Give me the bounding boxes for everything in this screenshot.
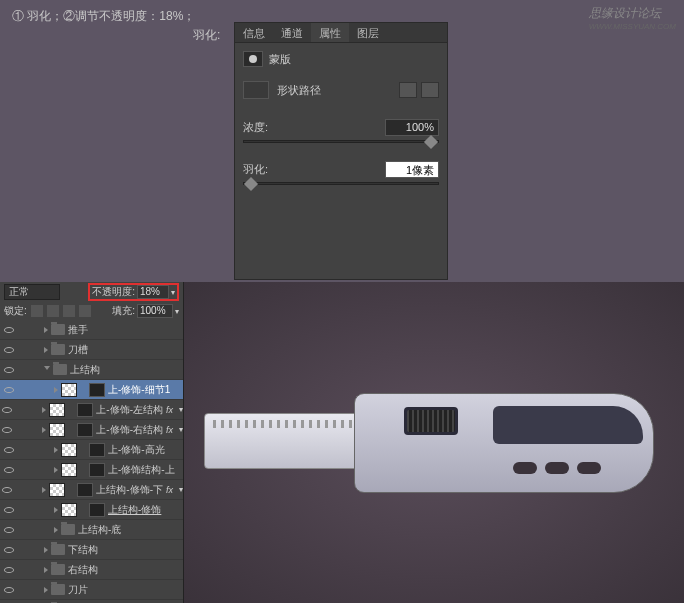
fx-chevron-icon[interactable]: ▾ (179, 405, 183, 414)
layer-name[interactable]: 推手 (68, 323, 183, 337)
feather-slider[interactable] (243, 182, 439, 185)
mask-thumbnail[interactable] (77, 403, 93, 417)
layer-thumbnail[interactable] (49, 483, 65, 497)
layer-row[interactable]: 刀片 (0, 580, 183, 600)
expand-triangle-icon[interactable] (54, 387, 58, 393)
layer-row[interactable]: 上-修饰结构-上 (0, 460, 183, 480)
layer-row[interactable]: 上结构-修饰 (0, 500, 183, 520)
visibility-eye-icon[interactable] (2, 523, 16, 537)
mask-icon[interactable] (243, 51, 263, 67)
mask-select-icon[interactable] (421, 82, 439, 98)
layer-name[interactable]: 上结构 (70, 363, 183, 377)
layer-name[interactable]: 上-修饰-左结构 (96, 403, 163, 417)
expand-triangle-icon[interactable] (44, 547, 48, 553)
mask-thumbnail[interactable] (77, 483, 93, 497)
layer-name[interactable]: 上-修饰-右结构 (96, 423, 163, 437)
visibility-eye-icon[interactable] (2, 403, 12, 417)
layer-name[interactable]: 上结构-修饰 (108, 503, 183, 517)
density-value[interactable]: 100% (385, 119, 439, 136)
fx-badge[interactable]: fx (166, 425, 173, 435)
layer-name[interactable]: 上-修饰结构-上 (108, 463, 183, 477)
visibility-eye-icon[interactable] (2, 543, 16, 557)
fx-chevron-icon[interactable]: ▾ (179, 485, 183, 494)
layer-name[interactable]: 右结构 (68, 563, 183, 577)
opacity-chevron-icon[interactable]: ▾ (171, 288, 175, 297)
layer-row[interactable]: 右结构 (0, 560, 183, 580)
layer-row[interactable]: 刀槽 (0, 340, 183, 360)
visibility-eye-icon[interactable] (2, 563, 16, 577)
layer-row[interactable]: 上结构-底 (0, 520, 183, 540)
layer-row[interactable]: 上结构 (0, 360, 183, 380)
expand-triangle-icon[interactable] (44, 587, 48, 593)
layer-name[interactable]: 刀槽 (68, 343, 183, 357)
expand-triangle-icon[interactable] (44, 567, 48, 573)
shape-path-swatch[interactable] (243, 81, 269, 99)
layer-row[interactable]: 下结构 (0, 540, 183, 560)
visibility-eye-icon[interactable] (2, 343, 16, 357)
layer-name[interactable]: 上结构-底 (78, 523, 183, 537)
tab-通道[interactable]: 通道 (273, 23, 311, 42)
visibility-eye-icon[interactable] (2, 363, 16, 377)
visibility-eye-icon[interactable] (2, 423, 12, 437)
lock-all-icon[interactable] (79, 305, 91, 317)
mask-thumbnail[interactable] (89, 503, 105, 517)
visibility-eye-icon[interactable] (2, 503, 16, 517)
expand-triangle-icon[interactable] (54, 467, 58, 473)
layer-list[interactable]: 推手刀槽上结构上-修饰-细节1上-修饰-左结构fx▾上-修饰-右结构fx▾上-修… (0, 320, 183, 603)
density-slider[interactable] (243, 140, 439, 143)
layer-thumbnail[interactable] (49, 423, 65, 437)
mask-thumbnail[interactable] (89, 383, 105, 397)
layer-row[interactable]: 上-修饰-右结构fx▾ (0, 420, 183, 440)
expand-triangle-icon[interactable] (42, 427, 46, 433)
mask-option-icon[interactable] (399, 82, 417, 98)
fill-chevron-icon[interactable]: ▾ (175, 307, 179, 316)
lock-pixels-icon[interactable] (47, 305, 59, 317)
visibility-eye-icon[interactable] (2, 383, 16, 397)
fx-badge[interactable]: fx (166, 485, 173, 495)
expand-triangle-icon[interactable] (54, 447, 58, 453)
fill-field[interactable]: 100% (137, 304, 173, 318)
fx-badge[interactable]: fx (166, 405, 173, 415)
lock-transparency-icon[interactable] (31, 305, 43, 317)
layer-row[interactable]: 上结构-修饰-下fx▾ (0, 480, 183, 500)
layer-thumbnail[interactable] (61, 503, 77, 517)
mask-thumbnail[interactable] (77, 423, 93, 437)
expand-triangle-icon[interactable] (54, 527, 58, 533)
layer-name[interactable]: 刀片 (68, 583, 183, 597)
visibility-eye-icon[interactable] (2, 443, 16, 457)
layer-thumbnail[interactable] (61, 443, 77, 457)
tab-信息[interactable]: 信息 (235, 23, 273, 42)
opacity-field[interactable]: 18% (137, 285, 169, 299)
fx-chevron-icon[interactable]: ▾ (179, 425, 183, 434)
feather-value[interactable]: 1像素 (385, 161, 439, 178)
layer-row[interactable]: 上-修饰-左结构fx▾ (0, 400, 183, 420)
properties-panel: 信息通道属性图层 蒙版 形状路径 浓度: 100% 羽化: 1像素 (234, 22, 448, 280)
layer-thumbnail[interactable] (61, 383, 77, 397)
lock-position-icon[interactable] (63, 305, 75, 317)
layer-name[interactable]: 上结构-修饰-下 (96, 483, 163, 497)
expand-triangle-icon[interactable] (42, 407, 46, 413)
visibility-eye-icon[interactable] (2, 583, 16, 597)
layer-row[interactable]: 上-修饰-高光 (0, 440, 183, 460)
layer-row[interactable]: 推手 (0, 320, 183, 340)
visibility-eye-icon[interactable] (2, 323, 16, 337)
expand-triangle-icon[interactable] (44, 327, 48, 333)
blend-mode-select[interactable]: 正常 (4, 284, 60, 300)
mask-thumbnail[interactable] (89, 463, 105, 477)
layer-thumbnail[interactable] (61, 463, 77, 477)
layer-row[interactable]: 上-修饰-细节1 (0, 380, 183, 400)
tab-属性[interactable]: 属性 (311, 23, 349, 42)
expand-triangle-icon[interactable] (44, 347, 48, 353)
mask-thumbnail[interactable] (89, 443, 105, 457)
expand-triangle-icon[interactable] (42, 487, 46, 493)
expand-triangle-icon[interactable] (44, 366, 50, 373)
visibility-eye-icon[interactable] (2, 463, 16, 477)
expand-triangle-icon[interactable] (54, 507, 58, 513)
layer-name[interactable]: 上-修饰-细节1 (108, 383, 183, 397)
layer-thumbnail[interactable] (49, 403, 65, 417)
layers-panel: 正常 不透明度: 18% ▾ 锁定: 填充: 100% ▾ 推手刀槽上结构上-修… (0, 282, 184, 603)
visibility-eye-icon[interactable] (2, 483, 12, 497)
layer-name[interactable]: 下结构 (68, 543, 183, 557)
layer-name[interactable]: 上-修饰-高光 (108, 443, 183, 457)
tab-图层[interactable]: 图层 (349, 23, 387, 42)
